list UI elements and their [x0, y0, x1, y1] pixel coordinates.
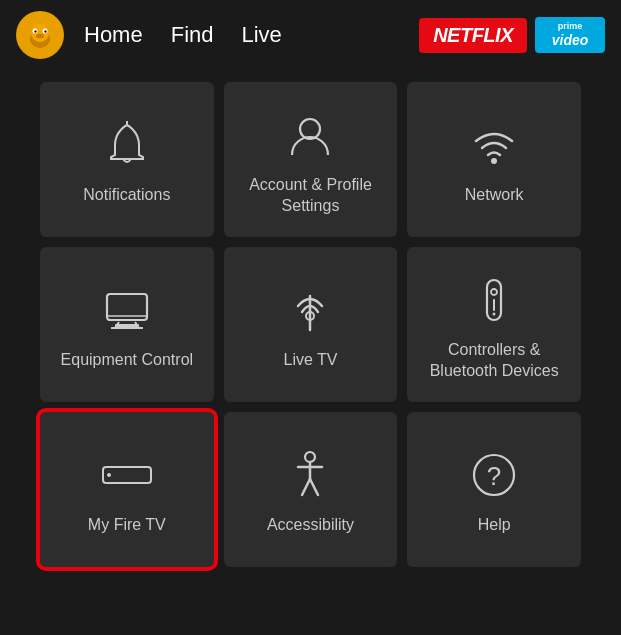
top-nav: Home Find Live NETFLIX prime video [0, 0, 621, 70]
svg-point-27 [305, 452, 315, 462]
live-tv-label: Live TV [284, 350, 338, 371]
settings-grid: Notifications Account & Profile Settings… [0, 70, 621, 579]
nav-links: Home Find Live [84, 22, 399, 48]
svg-point-5 [34, 30, 36, 32]
person-icon [280, 105, 340, 165]
equipment-control-label: Equipment Control [61, 350, 194, 371]
nav-home[interactable]: Home [84, 22, 143, 48]
svg-point-26 [107, 473, 111, 477]
svg-point-7 [36, 34, 44, 39]
controllers-bluetooth-label: Controllers & Bluetooth Devices [417, 340, 571, 382]
svg-rect-18 [115, 324, 139, 327]
tv-icon [97, 280, 157, 340]
grid-item-my-fire-tv[interactable]: My Fire TV [40, 412, 214, 567]
prime-label-bottom: video [552, 32, 589, 49]
notifications-label: Notifications [83, 185, 170, 206]
question-icon: ? [464, 445, 524, 505]
bell-icon [97, 115, 157, 175]
remote-icon [464, 270, 524, 330]
grid-item-controllers-bluetooth[interactable]: Controllers & Bluetooth Devices [407, 247, 581, 402]
network-label: Network [465, 185, 524, 206]
firetv-icon [97, 445, 157, 505]
nav-live[interactable]: Live [241, 22, 281, 48]
my-fire-tv-label: My Fire TV [88, 515, 166, 536]
grid-item-help[interactable]: ? Help [407, 412, 581, 567]
antenna-icon [280, 280, 340, 340]
grid-item-account-profile[interactable]: Account & Profile Settings [224, 82, 398, 237]
svg-point-22 [491, 289, 497, 295]
grid-item-equipment-control[interactable]: Equipment Control [40, 247, 214, 402]
svg-point-6 [44, 30, 46, 32]
svg-point-24 [493, 312, 496, 315]
grid-item-live-tv[interactable]: Live TV [224, 247, 398, 402]
help-label: Help [478, 515, 511, 536]
wifi-icon [464, 115, 524, 175]
svg-line-31 [310, 479, 318, 495]
nav-brands: NETFLIX prime video [419, 17, 605, 53]
accessibility-label: Accessibility [267, 515, 354, 536]
grid-item-notifications[interactable]: Notifications [40, 82, 214, 237]
accessibility-icon [280, 445, 340, 505]
grid-item-network[interactable]: Network [407, 82, 581, 237]
avatar[interactable] [16, 11, 64, 59]
netflix-button[interactable]: NETFLIX [419, 18, 527, 53]
grid-item-accessibility[interactable]: Accessibility [224, 412, 398, 567]
svg-point-12 [491, 158, 497, 164]
prime-label-top: prime [558, 21, 583, 32]
nav-find[interactable]: Find [171, 22, 214, 48]
svg-line-30 [302, 479, 310, 495]
prime-video-button[interactable]: prime video [535, 17, 605, 53]
svg-text:?: ? [487, 461, 501, 491]
account-profile-label: Account & Profile Settings [234, 175, 388, 217]
